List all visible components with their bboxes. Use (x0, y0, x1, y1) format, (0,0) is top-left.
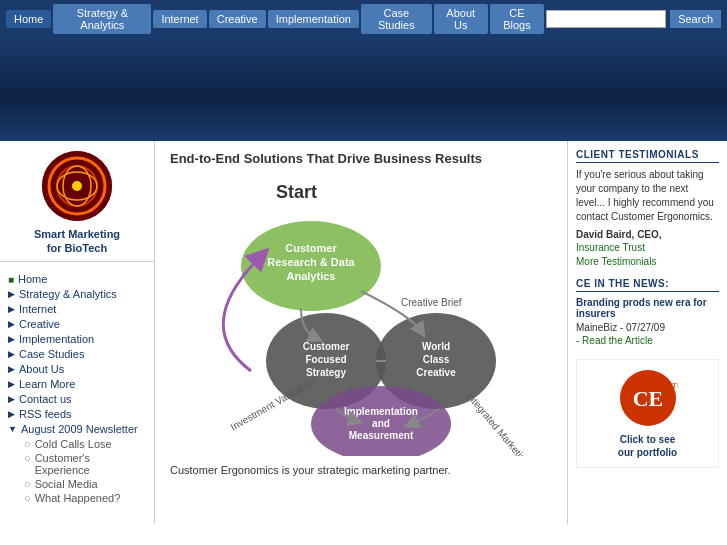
testimonial-body: If you're serious about taking your comp… (576, 168, 719, 224)
arrow-icon: ▼ (8, 424, 17, 434)
sidebar-item-implementation[interactable]: ▶ Implementation (8, 333, 146, 345)
svg-text:CE: CE (632, 386, 663, 411)
svg-point-5 (72, 181, 82, 191)
arrow-icon: ▶ (8, 349, 15, 359)
sidebar-sub-social[interactable]: ○ Social Media (24, 478, 146, 490)
news-source: MaineBiz - 07/27/09 (576, 322, 719, 333)
search-area: Search (546, 10, 721, 28)
svg-text:Customer: Customer (303, 341, 350, 352)
sidebar-sub-what-happened[interactable]: ○ What Happened? (24, 492, 146, 504)
svg-text:Creative: Creative (416, 367, 456, 378)
svg-text:Measurement: Measurement (349, 430, 414, 441)
sub-bullet-icon: ○ (24, 492, 31, 504)
portfolio-text: Click to see our portfolio (581, 433, 714, 459)
svg-text:Analytics: Analytics (287, 270, 336, 282)
sub-bullet-icon: ○ (24, 478, 31, 490)
svg-text:TM: TM (672, 381, 678, 390)
arrow-icon: ▶ (8, 289, 15, 299)
nav-home[interactable]: Home (6, 10, 51, 28)
logo-area: Smart Marketing for BioTech (0, 141, 154, 262)
sidebar-item-strategy[interactable]: ▶ Strategy & Analytics (8, 288, 146, 300)
sidebar-sub-customer[interactable]: ○ Customer's Experience (24, 452, 146, 476)
center-content: End-to-End Solutions That Drive Business… (155, 141, 567, 524)
sidebar-sub-cold-calls[interactable]: ○ Cold Calls Lose (24, 438, 146, 450)
nav-implementation[interactable]: Implementation (268, 10, 359, 28)
svg-text:World: World (422, 341, 450, 352)
ce-logo: CE TM (618, 368, 678, 428)
nav-ce-blogs[interactable]: CE Blogs (490, 4, 544, 34)
search-input[interactable] (546, 10, 666, 28)
arrow-icon: ▶ (8, 334, 15, 344)
sidebar-item-internet[interactable]: ▶ Internet (8, 303, 146, 315)
sidebar-item-rss[interactable]: ▶ RSS feeds (8, 408, 146, 420)
portfolio-badge[interactable]: CE TM Click to see our portfolio (576, 359, 719, 468)
main-layout: Smart Marketing for BioTech ■ Home ▶ Str… (0, 138, 727, 524)
svg-text:Implementation: Implementation (344, 406, 418, 417)
logo-tagline: Smart Marketing for BioTech (5, 227, 149, 256)
right-sidebar: CLIENT TESTIMONIALS If you're serious ab… (567, 141, 727, 524)
news-section: CE IN THE NEWS: Branding prods new era f… (576, 278, 719, 347)
nav-about-us[interactable]: About Us (434, 4, 488, 34)
news-headline: Branding prods new era for insurers (576, 297, 719, 319)
nav-strategy[interactable]: Strategy & Analytics (53, 4, 151, 34)
arrow-icon: ▶ (8, 409, 15, 419)
testimonial-company-link[interactable]: Insurance Trust (576, 242, 645, 253)
news-title: CE IN THE NEWS: (576, 278, 719, 292)
svg-text:Start: Start (276, 182, 317, 202)
sidebar-nav: ■ Home ▶ Strategy & Analytics ▶ Internet… (0, 262, 154, 514)
arrow-icon: ▶ (8, 304, 15, 314)
diagram-area: Start Customer Research & Data Analytics… (170, 176, 552, 456)
svg-text:Focused: Focused (305, 354, 346, 365)
banner (0, 38, 727, 138)
testimonials-title: CLIENT TESTIMONIALS (576, 149, 719, 163)
page-tagline: Customer Ergonomics is your strategic ma… (170, 464, 552, 476)
testimonial-author: David Baird, CEO, (576, 229, 719, 240)
svg-text:Creative Brief: Creative Brief (401, 297, 462, 308)
svg-text:Customer: Customer (285, 242, 337, 254)
arrow-icon: ▶ (8, 319, 15, 329)
arrow-icon: ▶ (8, 394, 15, 404)
search-button[interactable]: Search (670, 10, 721, 28)
sidebar-item-about-us[interactable]: ▶ About Us (8, 363, 146, 375)
top-navigation: Home Strategy & Analytics Internet Creat… (0, 0, 727, 38)
arrow-icon: ▶ (8, 364, 15, 374)
sidebar-item-learn-more[interactable]: ▶ Learn More (8, 378, 146, 390)
sidebar: Smart Marketing for BioTech ■ Home ▶ Str… (0, 141, 155, 524)
sidebar-item-creative[interactable]: ▶ Creative (8, 318, 146, 330)
svg-text:and: and (372, 418, 390, 429)
svg-text:Strategy: Strategy (306, 367, 346, 378)
more-testimonials-link[interactable]: More Testimonials (576, 256, 656, 267)
page-headline: End-to-End Solutions That Drive Business… (170, 151, 552, 166)
nav-case-studies[interactable]: Case Studies (361, 4, 432, 34)
arrow-icon: ▶ (8, 379, 15, 389)
logo-image (42, 151, 112, 221)
svg-text:Research & Data: Research & Data (267, 256, 355, 268)
read-article-link[interactable]: - Read the Article (576, 335, 653, 346)
nav-creative[interactable]: Creative (209, 10, 266, 28)
marketing-diagram: Start Customer Research & Data Analytics… (170, 176, 552, 456)
sidebar-item-home[interactable]: ■ Home (8, 273, 146, 285)
bullet-icon: ■ (8, 274, 14, 285)
svg-text:Integrated Marketing: Integrated Marketing (464, 390, 531, 456)
nav-internet[interactable]: Internet (153, 10, 206, 28)
sidebar-item-newsletter[interactable]: ▼ August 2009 Newsletter (8, 423, 146, 435)
sub-bullet-icon: ○ (24, 452, 31, 464)
sidebar-item-case-studies[interactable]: ▶ Case Studies (8, 348, 146, 360)
svg-text:Class: Class (423, 354, 450, 365)
sidebar-item-contact[interactable]: ▶ Contact us (8, 393, 146, 405)
sub-bullet-icon: ○ (24, 438, 31, 450)
